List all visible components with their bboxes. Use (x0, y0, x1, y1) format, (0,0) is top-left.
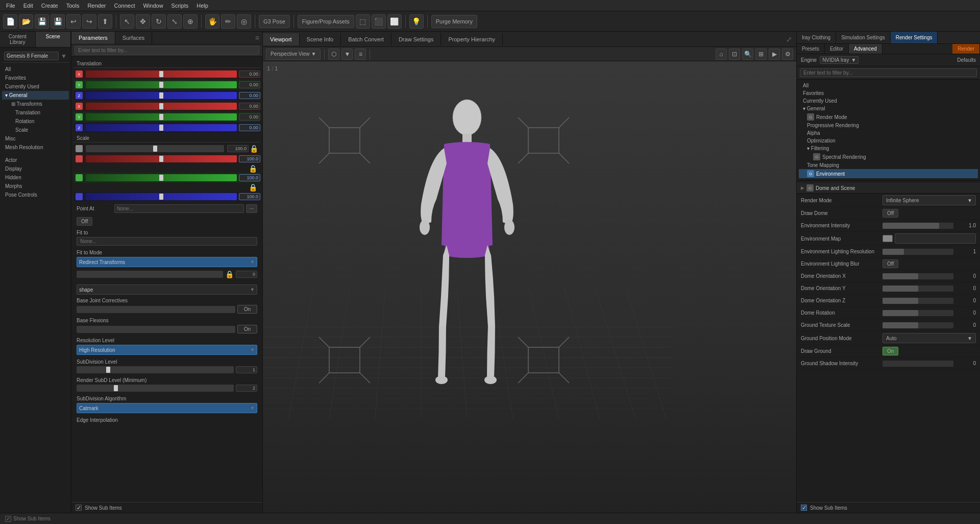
left-item-misc[interactable]: Misc (2, 134, 69, 143)
sub-tab-editor[interactable]: Editor (825, 44, 849, 54)
vp-shading-btn[interactable]: ⬡ (328, 49, 339, 60)
menu-scripts[interactable]: Scripts (167, 3, 193, 9)
tab-property-hierarchy[interactable]: Property Hierarchy (441, 33, 503, 45)
menu-create[interactable]: Create (37, 3, 62, 9)
sub-tab-advanced[interactable]: Advanced (849, 44, 882, 54)
save-button[interactable]: 💾 (35, 14, 49, 29)
scale-x-slider[interactable] (86, 155, 237, 162)
env-map-input[interactable] (895, 233, 976, 244)
figure-tool3[interactable]: ⬜ (387, 14, 402, 29)
x-translate-value[interactable] (239, 70, 260, 78)
env-light-blur-toggle[interactable]: Off (883, 259, 898, 268)
env-map-preview[interactable] (883, 235, 893, 242)
vp-settings-btn[interactable]: ⚙ (782, 49, 793, 60)
purge-button[interactable]: Purge Memory (431, 15, 477, 28)
import-button[interactable]: ⬆ (98, 14, 112, 29)
point-at-value[interactable]: None... (114, 204, 244, 213)
light-btn[interactable]: 💡 (409, 14, 424, 29)
tool3[interactable]: ◎ (237, 14, 251, 29)
rtree-currently-used[interactable]: Currently Used (799, 97, 978, 105)
vp-shading-arrow[interactable]: ▼ (341, 49, 353, 60)
bf-on-toggle[interactable]: On (237, 325, 257, 334)
env-intensity-slider[interactable] (883, 223, 953, 229)
tool1[interactable]: 🖐 (205, 14, 219, 29)
rotate-btn[interactable]: ↻ (152, 14, 166, 29)
ground-tex-scale-slider[interactable] (883, 322, 953, 328)
menu-edit[interactable]: Edit (19, 3, 37, 9)
redo-button[interactable]: ↪ (82, 14, 96, 29)
universal-btn[interactable]: ⊕ (183, 14, 198, 29)
g3pose-button[interactable]: G3 Pose (259, 15, 290, 28)
subd-level-slider[interactable] (77, 366, 234, 373)
figure-tool1[interactable]: ⬚ (356, 14, 370, 29)
sub-tab-presets[interactable]: Presets (797, 44, 825, 54)
rtree-all[interactable]: All (799, 82, 978, 89)
scale-btn[interactable]: ⤡ (167, 14, 182, 29)
params-menu-icon[interactable]: ≡ (255, 34, 259, 42)
y-translate-value[interactable] (239, 81, 260, 88)
res-level-dropdown[interactable]: High Resolution ▼ (77, 345, 257, 355)
z-rotate-slider[interactable] (86, 124, 237, 131)
x-translate-slider[interactable] (86, 70, 237, 78)
rtree-favorites[interactable]: Favorites (799, 89, 978, 97)
left-item-display[interactable]: Display (2, 164, 69, 173)
fit-to-value[interactable]: None... (77, 237, 257, 246)
rtree-filtering[interactable]: ▾ Filtering (799, 145, 978, 152)
vp-zoom-btn[interactable]: 🔍 (742, 49, 753, 60)
render-button[interactable]: Render (952, 44, 980, 54)
tab-batch-convert[interactable]: Batch Convert (341, 33, 391, 45)
viewport-canvas[interactable]: 1 : 1 (263, 61, 796, 513)
rtree-render-mode[interactable]: G Render Mode (799, 112, 978, 122)
dome-rotation-slider[interactable] (883, 310, 953, 316)
dome-orient-y-slider[interactable] (883, 285, 953, 292)
status-checkbox[interactable]: ✓ (5, 516, 11, 522)
shape-dropdown[interactable]: shape ▼ (77, 284, 257, 295)
show-sub-items-checkbox[interactable]: ✓ (76, 505, 82, 511)
rtree-optimization[interactable]: Optimization (799, 137, 978, 145)
new-button[interactable]: 📄 (3, 14, 17, 29)
undo-button[interactable]: ↩ (66, 14, 81, 29)
fit-to-mode-dropdown[interactable]: Redirect Transforms ▼ (77, 257, 257, 267)
tab-render-settings[interactable]: Render Settings (891, 32, 938, 43)
figure-selector[interactable]: Genesis 8 Female (4, 52, 59, 60)
dome-orient-z-slider[interactable] (883, 298, 953, 304)
tab-scene[interactable]: Scene (36, 32, 71, 47)
scale-lock-icon[interactable]: 🔒 (250, 145, 258, 153)
right-show-sub-items-checkbox[interactable]: ✓ (801, 505, 807, 511)
bjc-on-toggle[interactable]: On (237, 305, 257, 314)
figure-prop-button[interactable]: Figure/Prop Assets (298, 15, 354, 28)
left-item-mesh-res[interactable]: Mesh Resolution (2, 143, 69, 152)
rtree-tone-mapping[interactable]: Tone Mapping (799, 161, 978, 169)
vp-camera-btn[interactable]: ⊡ (729, 49, 740, 60)
draw-ground-toggle[interactable]: On (883, 347, 898, 355)
z-rotate-value[interactable] (239, 124, 260, 131)
left-item-actor[interactable]: Actor (2, 156, 69, 164)
left-item-all[interactable]: All (2, 65, 69, 74)
off-toggle[interactable]: Off (77, 217, 92, 226)
scale-z-slider[interactable] (86, 193, 237, 200)
left-item-hidden[interactable]: Hidden (2, 173, 69, 182)
vp-home-btn[interactable]: ⌂ (716, 49, 727, 60)
left-item-translation[interactable]: Translation (12, 108, 69, 117)
scale-y-slider[interactable] (86, 174, 237, 181)
tab-simulation-settings[interactable]: Simulation Settings (836, 32, 891, 43)
perspective-view-btn[interactable]: Perspective View ▼ (266, 49, 321, 60)
lock-icon-1[interactable]: 🔒 (249, 164, 257, 173)
tab-iray-clothing[interactable]: Iray Clothing (797, 32, 836, 43)
tab-viewport[interactable]: Viewport (263, 33, 300, 45)
ground-shadow-slider[interactable] (883, 361, 953, 367)
rtree-environment[interactable]: G Environment (799, 169, 978, 178)
maximize-icon[interactable]: ⤢ (786, 35, 792, 43)
rtree-spectral[interactable]: G Spectral Rendering (799, 152, 978, 161)
left-item-pose-controls[interactable]: Pose Controls (2, 190, 69, 199)
env-light-res-slider[interactable] (883, 249, 953, 255)
defaults-label[interactable]: Defaults (957, 57, 976, 63)
scale-all-value[interactable] (227, 145, 249, 152)
vp-render-btn[interactable]: ▶ (769, 49, 780, 60)
render-mode-dropdown[interactable]: Infinite Sphere ▼ (883, 195, 976, 205)
left-item-rotation[interactable]: Rotation (12, 117, 69, 126)
rtree-alpha[interactable]: Alpha (799, 129, 978, 137)
bjc-slider[interactable] (77, 306, 235, 313)
params-tab-parameters[interactable]: Parameters (71, 32, 115, 44)
tab-scene-info[interactable]: Scene Info (300, 33, 341, 45)
